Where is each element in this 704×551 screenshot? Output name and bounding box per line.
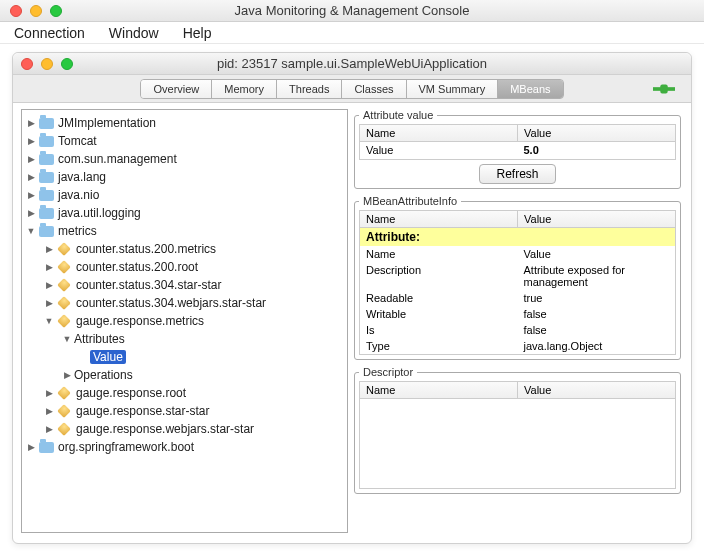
tree-node-counter-200-metrics[interactable]: counter.status.200.metrics [22,240,347,258]
menu-connection[interactable]: Connection [14,25,85,41]
cell-value: Value [518,246,676,262]
refresh-button[interactable]: Refresh [479,164,555,184]
mbean-tree-panel[interactable]: JMImplementation Tomcat com.sun.manageme… [21,109,348,533]
attrinfo-row[interactable]: NameValue [360,246,675,262]
mbean-icon [57,314,71,328]
attrinfo-row[interactable]: DescriptionAttribute exposed for managem… [360,262,675,290]
inner-minimize-traffic-light[interactable] [41,58,53,70]
disclosure-triangle-icon[interactable] [62,370,72,380]
tab-classes[interactable]: Classes [342,80,406,98]
window-title: Java Monitoring & Management Console [0,3,704,18]
col-name: Name [360,382,518,398]
disclosure-triangle-icon[interactable] [44,424,54,434]
folder-icon [39,442,54,453]
tree-node-java-lang[interactable]: java.lang [22,168,347,186]
connection-status-icon [653,82,675,96]
tree-node-java-nio[interactable]: java.nio [22,186,347,204]
tab-mbeans[interactable]: MBeans [498,80,562,98]
folder-icon [39,208,54,219]
tree-node-jmimplementation[interactable]: JMImplementation [22,114,347,132]
close-traffic-light[interactable] [10,5,22,17]
disclosure-triangle-icon[interactable] [44,298,54,308]
folder-icon [39,190,54,201]
disclosure-triangle-icon[interactable] [26,154,36,164]
attribute-value-row[interactable]: Value 5.0 [360,142,675,158]
inner-close-traffic-light[interactable] [21,58,33,70]
cell-name: Attribute: [360,228,518,246]
descriptor-header: Name Value [359,381,676,399]
mbean-attribute-info-legend: MBeanAttributeInfo [359,195,461,207]
cell-value: 5.0 [518,142,676,158]
disclosure-triangle-icon[interactable] [44,244,54,254]
menu-help[interactable]: Help [183,25,212,41]
tree-node-operations[interactable]: Operations [22,366,347,384]
disclosure-triangle-icon[interactable] [26,226,36,236]
tree-node-gauge-metrics[interactable]: gauge.response.metrics [22,312,347,330]
inner-zoom-traffic-light[interactable] [61,58,73,70]
disclosure-triangle-icon[interactable] [26,208,36,218]
tab-memory[interactable]: Memory [212,80,277,98]
tree-node-tomcat[interactable]: Tomcat [22,132,347,150]
folder-icon [39,154,54,165]
disclosure-triangle-icon[interactable] [44,280,54,290]
tree-node-attributes[interactable]: Attributes [22,330,347,348]
cell-value: Attribute exposed for management [518,262,676,290]
svg-rect-1 [660,84,667,93]
attrinfo-row-header[interactable]: Attribute: [360,228,675,246]
cell-name: Name [360,246,518,262]
tab-vmsummary[interactable]: VM Summary [407,80,499,98]
folder-icon [39,118,54,129]
tree-node-java-logging[interactable]: java.util.logging [22,204,347,222]
tree-node-counter-304-starstar[interactable]: counter.status.304.star-star [22,276,347,294]
mbean-icon [57,404,71,418]
disclosure-triangle-icon[interactable] [62,334,72,344]
mbean-attribute-info-panel: MBeanAttributeInfo Name Value Attribute:… [354,195,681,360]
cell-value: false [518,322,676,338]
disclosure-triangle-icon[interactable] [26,172,36,182]
disclosure-triangle-icon[interactable] [26,442,36,452]
col-value: Value [518,125,675,141]
tree-node-metrics[interactable]: metrics [22,222,347,240]
tree-node-gauge-root[interactable]: gauge.response.root [22,384,347,402]
tab-overview[interactable]: Overview [141,80,212,98]
mbean-icon [57,422,71,436]
disclosure-triangle-icon[interactable] [26,118,36,128]
cell-name: Description [360,262,518,290]
tree-node-counter-200-root[interactable]: counter.status.200.root [22,258,347,276]
descriptor-body [359,399,676,489]
disclosure-triangle-icon[interactable] [44,262,54,272]
cell-value [518,228,676,246]
tree-node-springframework-boot[interactable]: org.springframework.boot [22,438,347,456]
disclosure-triangle-icon[interactable] [26,136,36,146]
zoom-traffic-light[interactable] [50,5,62,17]
disclosure-triangle-icon[interactable] [26,190,36,200]
inner-window: pid: 23517 sample.ui.SampleWebUiApplicat… [12,52,692,544]
tree-node-attribute-value[interactable]: Value [22,348,347,366]
attrinfo-row[interactable]: Writablefalse [360,306,675,322]
mbean-icon [57,386,71,400]
attrinfo-row[interactable]: Readabletrue [360,290,675,306]
disclosure-triangle-icon[interactable] [44,316,54,326]
mbean-icon [57,242,71,256]
folder-icon [39,172,54,183]
disclosure-triangle-icon[interactable] [44,388,54,398]
attrinfo-row[interactable]: Isfalse [360,322,675,338]
tree-node-gauge-webjars[interactable]: gauge.response.webjars.star-star [22,420,347,438]
mbean-icon [57,278,71,292]
tab-threads[interactable]: Threads [277,80,342,98]
tabbar: Overview Memory Threads Classes VM Summa… [13,75,691,103]
mbean-icon [57,296,71,310]
tree-node-gauge-starstar[interactable]: gauge.response.star-star [22,402,347,420]
tree-node-counter-304-webjars[interactable]: counter.status.304.webjars.star-star [22,294,347,312]
col-value: Value [518,211,675,227]
attribute-value-legend: Attribute value [359,109,437,121]
menu-window[interactable]: Window [109,25,159,41]
attrinfo-row[interactable]: Typejava.lang.Object [360,338,675,354]
minimize-traffic-light[interactable] [30,5,42,17]
attrinfo-header: Name Value [359,210,676,228]
tree-node-sun-management[interactable]: com.sun.management [22,150,347,168]
descriptor-panel: Descriptor Name Value [354,366,681,494]
disclosure-triangle-icon[interactable] [44,406,54,416]
attribute-value-header: Name Value [359,124,676,142]
cell-value: true [518,290,676,306]
